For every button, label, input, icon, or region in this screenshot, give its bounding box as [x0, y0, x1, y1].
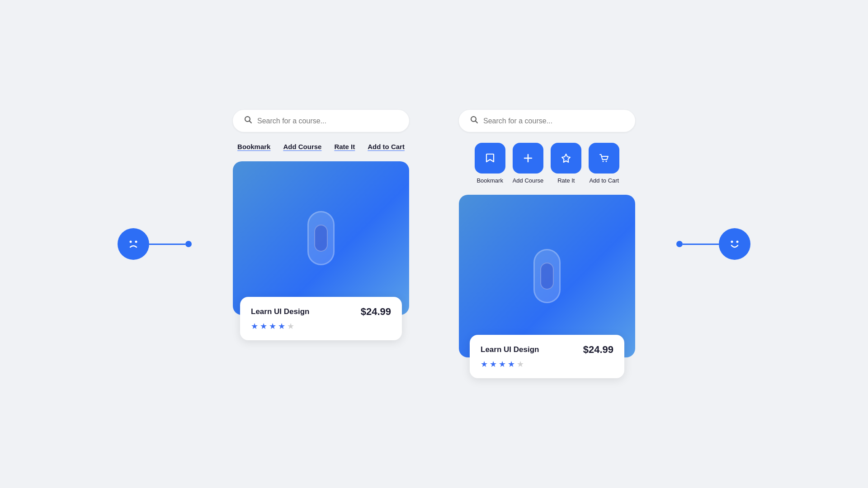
svg-point-1 [135, 241, 137, 243]
tab-add-to-cart-label: Add to Cart [589, 177, 619, 184]
right-card-price: $24.99 [583, 344, 613, 356]
left-tabs: Bookmark Add Course Rate It Add to Cart [237, 143, 405, 150]
svg-point-0 [130, 241, 132, 243]
happy-face-icon [719, 228, 750, 260]
tab-bookmark-icon-item[interactable]: Bookmark [475, 143, 505, 184]
right-search-bar [459, 110, 635, 132]
tab-add-course-text[interactable]: Add Course [283, 143, 321, 150]
tab-add-to-cart-btn[interactable] [589, 143, 619, 174]
tab-rate-it-text[interactable]: Rate It [334, 143, 355, 150]
left-connector-line [149, 244, 185, 245]
svg-point-10 [606, 161, 607, 162]
star-3: ★ [269, 321, 276, 331]
star-2: ★ [260, 321, 267, 331]
r-star-5-empty: ★ [517, 359, 524, 369]
left-card-top-row: Learn UI Design $24.99 [251, 306, 391, 318]
tab-add-to-cart-text[interactable]: Add to Cart [368, 143, 405, 150]
left-card-info: Learn UI Design $24.99 ★ ★ ★ ★ ★ [240, 297, 402, 340]
right-connector-line [683, 244, 719, 245]
svg-point-12 [736, 241, 739, 243]
r-star-3: ★ [499, 359, 506, 369]
left-emotion-area [118, 228, 192, 260]
tab-rate-it-btn[interactable] [551, 143, 581, 174]
left-card-image [233, 161, 409, 315]
left-card-stars: ★ ★ ★ ★ ★ [251, 321, 391, 331]
right-pill-inner [540, 263, 554, 290]
tab-bookmark-btn[interactable] [475, 143, 505, 174]
right-emotion-area [676, 228, 750, 260]
tab-rate-it-icon-item[interactable]: Rate It [551, 143, 581, 184]
sad-face-icon [118, 228, 149, 260]
right-card-stars: ★ ★ ★ ★ ★ [481, 359, 613, 369]
left-pill-decoration [307, 211, 335, 265]
star-5-empty: ★ [287, 321, 294, 331]
right-search-icon [470, 115, 479, 127]
right-connector-dot [676, 241, 683, 247]
star-4: ★ [278, 321, 285, 331]
right-tabs: Bookmark Add Course [475, 143, 620, 184]
tab-add-to-cart-icon-item[interactable]: Add to Cart [589, 143, 619, 184]
svg-line-3 [250, 121, 252, 123]
tab-add-course-btn[interactable] [513, 143, 543, 174]
svg-marker-8 [562, 154, 570, 162]
star-1: ★ [251, 321, 258, 331]
svg-point-11 [731, 241, 733, 243]
left-search-icon [244, 115, 253, 127]
left-connector-dot [185, 241, 192, 247]
tab-add-course-label: Add Course [513, 177, 544, 184]
left-panel: Bookmark Add Course Rate It Add to Cart … [233, 110, 409, 340]
right-search-input[interactable] [483, 117, 624, 125]
right-card-info: Learn UI Design $24.99 ★ ★ ★ ★ ★ [470, 335, 624, 378]
tab-add-course-icon-item[interactable]: Add Course [513, 143, 544, 184]
left-pill-inner [314, 225, 328, 252]
right-card-image [459, 195, 635, 357]
left-card-price: $24.99 [361, 306, 391, 318]
left-search-input[interactable] [257, 117, 398, 125]
right-panel: Bookmark Add Course [459, 110, 635, 378]
left-card-title: Learn UI Design [251, 307, 309, 316]
r-star-2: ★ [490, 359, 497, 369]
svg-line-5 [476, 121, 478, 123]
r-star-1: ★ [481, 359, 488, 369]
left-search-bar [233, 110, 409, 132]
tab-rate-it-label: Rate It [557, 177, 575, 184]
right-course-card: Learn UI Design $24.99 ★ ★ ★ ★ ★ [459, 195, 635, 378]
right-pill-decoration [533, 249, 561, 303]
right-card-top-row: Learn UI Design $24.99 [481, 344, 613, 356]
r-star-4: ★ [508, 359, 515, 369]
left-course-card: Learn UI Design $24.99 ★ ★ ★ ★ ★ [233, 161, 409, 340]
right-card-title: Learn UI Design [481, 345, 539, 354]
tab-bookmark-text[interactable]: Bookmark [237, 143, 270, 150]
tab-bookmark-label: Bookmark [476, 177, 503, 184]
svg-point-9 [603, 161, 604, 162]
